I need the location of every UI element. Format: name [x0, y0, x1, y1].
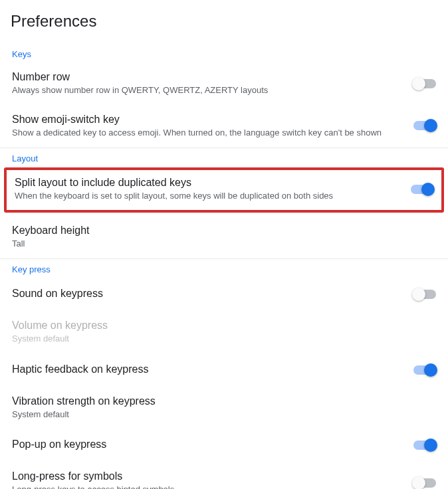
setting-emoji-switch[interactable]: Show emoji-switch key Show a dedicated k… — [0, 106, 448, 148]
setting-title: Long-press for symbols — [12, 470, 400, 482]
setting-title: Haptic feedback on keypress — [12, 363, 400, 375]
setting-subtitle: Always show number row in QWERTY, QWERTZ… — [12, 84, 400, 96]
setting-text: Sound on keypress — [12, 288, 413, 301]
toggle-popup[interactable] — [413, 440, 436, 450]
setting-title: Vibration strength on keypress — [12, 395, 423, 407]
toggle-split-layout[interactable] — [411, 185, 433, 194]
toggle-thumb — [424, 119, 437, 132]
setting-title: Split layout to include duplicated keys — [15, 177, 397, 189]
toggle-number-row[interactable] — [413, 79, 436, 88]
setting-subtitle: System default — [12, 333, 423, 345]
toggle-long-press[interactable] — [413, 478, 436, 488]
setting-title: Show emoji-switch key — [12, 114, 400, 126]
highlighted-setting: Split layout to include duplicated keys … — [4, 167, 444, 213]
setting-volume: Volume on keypress System default — [0, 312, 448, 354]
section-header-keypress: Key press — [0, 259, 448, 278]
setting-title: Volume on keypress — [12, 320, 423, 332]
setting-long-press[interactable]: Long-press for symbols Long-press keys t… — [0, 462, 448, 489]
setting-vibration[interactable]: Vibration strength on keypress System de… — [0, 387, 448, 430]
toggle-thumb — [412, 77, 425, 90]
toggle-thumb — [421, 183, 435, 196]
setting-keyboard-height[interactable]: Keyboard height Tall — [0, 217, 448, 259]
setting-text: Vibration strength on keypress System de… — [12, 395, 436, 421]
section-header-layout: Layout — [0, 148, 448, 167]
setting-popup[interactable]: Pop-up on keypress — [0, 429, 448, 462]
section-header-keys: Keys — [0, 44, 448, 63]
toggle-thumb — [424, 363, 437, 377]
setting-sound[interactable]: Sound on keypress — [0, 278, 448, 312]
setting-text: Number row Always show number row in QWE… — [12, 71, 413, 96]
setting-subtitle: System default — [12, 409, 423, 421]
setting-text: Show emoji-switch key Show a dedicated k… — [12, 114, 413, 139]
setting-title: Number row — [12, 71, 400, 83]
page-title: Preferences — [0, 0, 448, 44]
setting-text: Volume on keypress System default — [12, 320, 436, 345]
toggle-sound[interactable] — [413, 290, 436, 299]
setting-subtitle: Long-press keys to access hinted symbols — [12, 484, 400, 489]
toggle-thumb — [424, 439, 437, 452]
toggle-thumb — [412, 476, 425, 489]
setting-haptic[interactable]: Haptic feedback on keypress — [0, 354, 448, 387]
setting-title: Keyboard height — [12, 225, 423, 237]
setting-subtitle: Show a dedicated key to access emoji. Wh… — [12, 127, 400, 139]
setting-subtitle: When the keyboard is set to split layout… — [15, 190, 397, 202]
setting-title: Pop-up on keypress — [12, 439, 400, 450]
setting-number-row[interactable]: Number row Always show number row in QWE… — [0, 63, 448, 106]
setting-subtitle: Tall — [12, 238, 423, 250]
setting-title: Sound on keypress — [12, 288, 400, 300]
setting-text: Keyboard height Tall — [12, 225, 436, 250]
setting-text: Split layout to include duplicated keys … — [15, 177, 411, 202]
setting-text: Long-press for symbols Long-press keys t… — [12, 470, 413, 489]
setting-text: Haptic feedback on keypress — [12, 363, 413, 377]
toggle-thumb — [412, 288, 425, 301]
toggle-emoji-switch[interactable] — [413, 121, 436, 130]
setting-split-layout[interactable]: Split layout to include duplicated keys … — [7, 170, 441, 210]
toggle-haptic[interactable] — [413, 365, 436, 375]
setting-text: Pop-up on keypress — [12, 439, 413, 452]
